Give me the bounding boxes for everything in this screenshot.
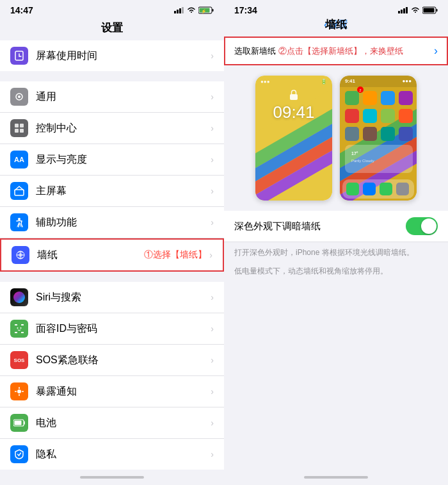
accessibility-label: 辅助功能 [36,216,208,229]
svg-text:Partly Cloudy: Partly Cloudy [351,159,374,163]
settings-group-3: Siri与搜索 › 面容ID与密码 › SOS SOS紧急联络 › [0,282,224,470]
settings-item-faceid[interactable]: 面容ID与密码 › [0,313,224,345]
battery-icon: ⚡ [198,6,214,14]
settings-item-accessibility[interactable]: 辅助功能 › [0,207,224,238]
svg-rect-5 [212,9,214,12]
screentime-label: 屏幕使用时间 [36,49,208,63]
settings-item-display[interactable]: AA 显示与亮度 › [0,144,224,176]
homescreen-preview-phone[interactable]: 2 17° Partly Cloudy [340,76,417,201]
hs-time: 9:41 [345,78,355,84]
right-page-title: 墙纸 [325,19,347,31]
homescreen-icon [10,182,28,200]
svg-rect-67 [345,91,359,105]
right-spacer [224,279,448,472]
svg-rect-77 [345,127,359,141]
svg-rect-75 [381,109,395,123]
display-icon: AA [10,151,28,169]
svg-rect-2 [179,8,181,13]
settings-item-exposure[interactable]: 暴露通知 › [0,376,224,407]
settings-item-controlcenter[interactable]: 控制中心 › [0,113,224,144]
svg-rect-11 [15,124,19,127]
right-status-bar: 17:34 [224,0,448,18]
lockscreen-statusbar: ●●● 🔋 [255,76,332,88]
general-icon [10,88,28,106]
wallpaper-label: 墙纸 [37,249,140,262]
display-label: 显示与亮度 [36,153,208,167]
svg-rect-73 [345,109,359,123]
wallpaper-sublabel: ①选择【墙纸】 [144,249,207,261]
lock-icon [289,90,298,103]
accessibility-icon [10,213,28,231]
svg-rect-74 [363,109,377,123]
faceid-icon [10,320,28,338]
svg-point-10 [18,95,20,98]
hint-text-1-content: 打开深色外观时，iPhone 将根据环境光线调暗墙纸。 [234,248,414,257]
svg-text:⚡: ⚡ [201,8,207,14]
right-battery-icon [422,6,438,14]
svg-rect-76 [399,109,413,123]
left-panel: 14:47 ⚡ 设置 [0,0,224,485]
settings-item-screentime[interactable]: 屏幕使用时间 › [0,40,224,71]
hint-text-2: 低电量模式下，动态墙纸和视角缩放将停用。 [224,261,448,279]
svg-point-26 [20,327,22,329]
settings-item-siri[interactable]: Siri与搜索 › [0,282,224,313]
homescreen-statusbar: 9:41 ●●● [340,78,417,84]
svg-rect-57 [290,94,298,100]
wallpaper-previews: ●●● 🔋 09:41 [224,65,448,211]
settings-item-battery[interactable]: 电池 › [0,407,224,439]
home-bar-left [80,476,144,479]
hint-chevron: › [434,44,438,58]
right-time: 17:34 [234,5,257,15]
svg-rect-34 [15,421,22,425]
svg-rect-43 [401,10,403,13]
homescreen-label: 主屏幕 [36,185,208,198]
svg-point-27 [17,390,21,393]
hint-text-2-content: 低电量模式下，动态墙纸和视角缩放将停用。 [234,267,388,275]
sos-label: SOS紧急联络 [36,354,208,367]
svg-rect-68 [363,91,377,105]
controlcenter-label: 控制中心 [36,122,208,135]
right-status-icons [398,6,438,14]
exposure-icon [10,382,28,400]
svg-text:17°: 17° [351,151,358,156]
wallpaper-hint-bar[interactable]: 选取新墙纸 ②点击【选择新墙纸】，来换壁纸 › [224,37,448,65]
controlcenter-icon [10,119,28,137]
settings-item-homescreen[interactable]: 主屏幕 › [0,176,224,207]
siri-icon [10,288,28,306]
right-panel: 17:34 ‹ 设置 墙纸 [224,0,448,485]
svg-rect-47 [436,9,438,12]
dark-mode-label: 深色外观下调暗墙纸 [234,220,406,233]
wallpaper-icon [12,246,29,264]
dark-mode-toggle[interactable] [406,217,438,235]
general-label: 通用 [36,90,208,104]
svg-rect-80 [399,127,413,141]
screentime-icon [10,47,28,65]
homescreen-bg: 2 17° Partly Cloudy [340,76,417,201]
settings-item-general[interactable]: 通用 › [0,81,224,113]
lockscreen-preview[interactable]: ●●● 🔋 09:41 [255,76,332,201]
hint-content: 选取新墙纸 ②点击【选择新墙纸】，来换壁纸 [234,45,434,57]
left-status-bar: 14:47 ⚡ [0,0,224,18]
left-time: 14:47 [10,5,33,15]
privacy-icon [10,445,28,463]
svg-rect-87 [380,183,392,195]
svg-point-25 [17,327,19,329]
settings-item-sos[interactable]: SOS SOS紧急联络 › [0,345,224,376]
svg-rect-85 [346,183,359,195]
toggle-knob [421,218,436,234]
settings-group-2: 通用 › 控制中心 › AA 显示与亮度 › [0,81,224,272]
settings-item-privacy[interactable]: 隐私 › [0,439,224,470]
svg-rect-22 [21,324,24,325]
right-home-indicator [224,472,448,485]
wifi-icon [187,7,196,13]
svg-rect-1 [177,10,179,13]
svg-rect-79 [381,127,395,141]
svg-rect-88 [396,183,409,195]
svg-rect-0 [174,11,176,13]
screentime-chevron: › [211,51,214,61]
right-wifi-icon [411,7,420,13]
svg-rect-44 [403,8,405,13]
battery-icon-item [10,414,28,432]
settings-item-wallpaper[interactable]: 墙纸 ①选择【墙纸】 › [0,238,224,272]
hs-icons: ●●● [403,78,412,84]
